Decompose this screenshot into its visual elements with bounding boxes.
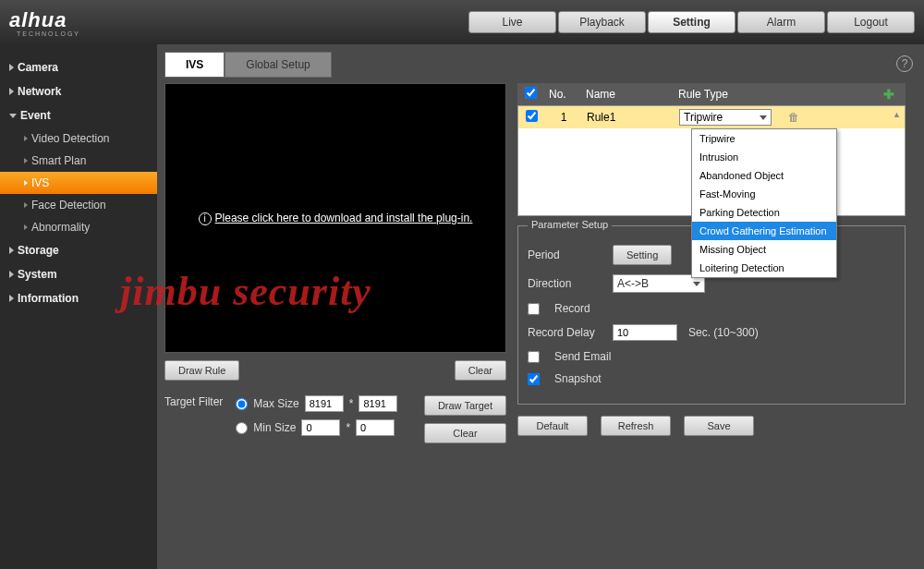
dd-loitering[interactable]: Loitering Detection xyxy=(692,259,836,277)
record-delay-label: Record Delay xyxy=(528,326,602,339)
direction-label: Direction xyxy=(528,277,602,290)
chevron-right-icon xyxy=(24,202,28,208)
chevron-right-icon xyxy=(9,295,14,302)
dropdown-arrow-icon xyxy=(693,282,700,286)
dd-tripwire[interactable]: Tripwire xyxy=(692,129,836,148)
chevron-right-icon xyxy=(9,88,14,95)
dd-abandoned[interactable]: Abandoned Object xyxy=(692,166,836,185)
period-label: Period xyxy=(528,248,602,261)
help-icon[interactable]: ? xyxy=(896,55,913,72)
top-nav: Live Playback Setting Alarm Logout xyxy=(468,11,915,33)
tab-ivs[interactable]: IVS xyxy=(164,52,225,78)
chevron-right-icon xyxy=(9,271,14,278)
max-size-radio[interactable] xyxy=(236,398,248,410)
sidebar-item-storage[interactable]: Storage xyxy=(0,238,157,262)
record-checkbox[interactable] xyxy=(528,303,540,315)
nav-logout[interactable]: Logout xyxy=(827,11,915,33)
delete-rule-icon[interactable]: 🗑 xyxy=(788,111,799,124)
record-delay-input[interactable] xyxy=(613,324,677,341)
add-rule-icon[interactable]: ✚ xyxy=(883,87,894,102)
chevron-right-icon xyxy=(24,224,28,230)
plugin-download-link[interactable]: Please click here to download and instal… xyxy=(215,212,473,224)
period-setting-button[interactable]: Setting xyxy=(613,245,672,265)
max-size-label: Max Size xyxy=(253,397,298,410)
dd-intrusion[interactable]: Intrusion xyxy=(692,148,836,166)
dropdown-arrow-icon xyxy=(760,115,767,120)
col-no: No. xyxy=(549,88,577,101)
draw-target-button[interactable]: Draw Target xyxy=(424,395,506,416)
min-height-input[interactable] xyxy=(356,419,395,436)
min-size-radio[interactable] xyxy=(236,422,248,434)
rules-table-header: No. Name Rule Type ✚ xyxy=(517,83,906,105)
chevron-right-icon xyxy=(24,180,28,186)
max-width-input[interactable] xyxy=(305,395,344,412)
rule-type-select[interactable]: Tripwire xyxy=(679,109,772,126)
tab-global-setup[interactable]: Global Setup xyxy=(225,52,331,78)
record-delay-unit: Sec. (10~300) xyxy=(688,326,759,339)
min-size-label: Min Size xyxy=(253,421,296,434)
sidebar-item-abnormality[interactable]: Abnormality xyxy=(0,216,157,238)
nav-playback[interactable]: Playback xyxy=(558,11,646,33)
send-email-label: Send Email xyxy=(554,350,611,363)
logo: alhua xyxy=(9,8,67,31)
rule-type-dropdown: Tripwire Intrusion Abandoned Object Fast… xyxy=(691,128,837,278)
min-width-input[interactable] xyxy=(301,419,340,436)
dd-fast-moving[interactable]: Fast-Moving xyxy=(692,185,836,203)
chevron-right-icon xyxy=(24,136,28,141)
sidebar-item-video-detection[interactable]: Video Detection xyxy=(0,127,157,150)
sidebar-item-camera[interactable]: Camera xyxy=(0,55,157,79)
scroll-up-icon[interactable]: ▲ xyxy=(893,110,901,119)
nav-alarm[interactable]: Alarm xyxy=(737,11,825,33)
col-name: Name xyxy=(586,88,669,101)
target-filter-label: Target Filter xyxy=(164,395,223,408)
logo-subtitle: TECHNOLOGY xyxy=(17,30,80,37)
rule-name: Rule1 xyxy=(587,111,670,124)
default-button[interactable]: Default xyxy=(517,416,588,436)
nav-live[interactable]: Live xyxy=(468,11,556,33)
sidebar-item-event[interactable]: Event xyxy=(0,103,157,127)
sidebar: Camera Network Event Video Detection Sma… xyxy=(0,44,157,569)
video-preview: iPlease click here to download and insta… xyxy=(164,83,506,353)
sidebar-item-face-detection[interactable]: Face Detection xyxy=(0,194,157,216)
save-button[interactable]: Save xyxy=(684,416,754,436)
rule-checkbox[interactable] xyxy=(526,110,538,122)
rule-row[interactable]: 1 Rule1 Tripwire 🗑 xyxy=(518,106,905,128)
select-all-checkbox[interactable] xyxy=(525,87,537,99)
chevron-right-icon xyxy=(9,247,14,254)
refresh-button[interactable]: Refresh xyxy=(601,416,671,436)
rule-no: 1 xyxy=(550,111,578,124)
dd-parking[interactable]: Parking Detection xyxy=(692,203,836,222)
sidebar-item-system[interactable]: System xyxy=(0,262,157,286)
parameter-setup-title: Parameter Setup xyxy=(528,219,612,230)
dd-crowd-gathering[interactable]: Crowd Gathering Estimation xyxy=(692,222,836,240)
rules-table-body: 1 Rule1 Tripwire 🗑 ▲ Tripwire Intrusion … xyxy=(517,105,906,216)
draw-rule-button[interactable]: Draw Rule xyxy=(164,360,239,381)
chevron-right-icon xyxy=(9,64,14,71)
info-icon: i xyxy=(199,212,212,225)
sidebar-item-network[interactable]: Network xyxy=(0,79,157,103)
chevron-right-icon xyxy=(24,158,28,163)
record-label: Record xyxy=(554,302,590,315)
chevron-down-icon xyxy=(9,114,17,118)
sidebar-item-smart-plan[interactable]: Smart Plan xyxy=(0,150,157,172)
send-email-checkbox[interactable] xyxy=(528,351,540,363)
sidebar-item-information[interactable]: Information xyxy=(0,286,157,310)
nav-setting[interactable]: Setting xyxy=(648,11,736,33)
clear-target-button[interactable]: Clear xyxy=(424,423,506,443)
snapshot-checkbox[interactable] xyxy=(528,373,540,385)
snapshot-label: Snapshot xyxy=(554,372,602,385)
max-height-input[interactable] xyxy=(359,395,397,412)
clear-rule-button[interactable]: Clear xyxy=(455,360,506,381)
dd-missing[interactable]: Missing Object xyxy=(692,240,836,259)
sidebar-item-ivs[interactable]: IVS xyxy=(0,172,157,194)
col-rule-type: Rule Type xyxy=(678,88,780,101)
